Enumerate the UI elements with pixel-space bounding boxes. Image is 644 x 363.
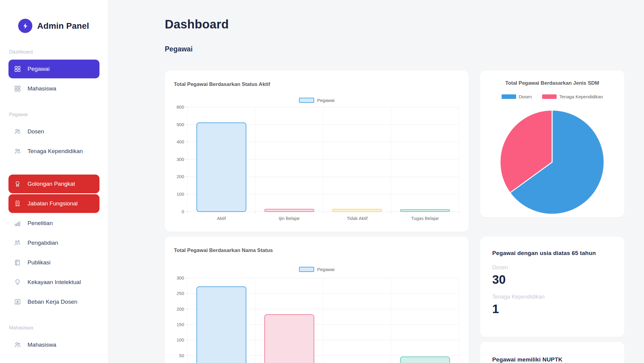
sidebar-item-label: Dosen bbox=[28, 128, 44, 135]
sidebar-item-penelitian[interactable]: Penelitian bbox=[8, 214, 99, 233]
sidebar-item-golongan-pangkat[interactable]: Golongan Pangkat bbox=[8, 175, 99, 193]
legend-swatch bbox=[299, 267, 314, 272]
sidebar-item-label: Penelitian bbox=[28, 220, 53, 227]
legend-swatch bbox=[299, 98, 314, 103]
stat-label-dosen: Dosen bbox=[492, 264, 612, 271]
sidebar-item-publikasi[interactable]: Publikasi bbox=[8, 253, 99, 272]
dashboard-grid: Total Pegawai Berdasarkan Status Aktif P… bbox=[165, 70, 624, 363]
card-usia-65: Pegawai dengan usia diatas 65 tahun Dose… bbox=[480, 237, 624, 337]
sidebar-item-mahasiswa[interactable]: Mahasiswa bbox=[8, 335, 99, 354]
sidebar-item-label: Pengabdian bbox=[28, 240, 58, 246]
stat-label-tenaga-kependidikan: Tenaga Kependidikan bbox=[492, 294, 612, 300]
sidebar-item-label: Jabatan Fungsional bbox=[28, 200, 78, 207]
svg-text:Tugas Belajar: Tugas Belajar bbox=[411, 216, 439, 221]
users-icon bbox=[13, 341, 21, 349]
legend-swatch-dosen bbox=[502, 94, 516, 99]
svg-text:400: 400 bbox=[177, 139, 184, 144]
sidebar-item-kekayaan-intelektual[interactable]: Kekayaan Intelektual bbox=[8, 273, 99, 292]
lightbulb-icon bbox=[13, 278, 21, 286]
card-title: Pegawai memiliki NUPTK bbox=[492, 356, 612, 363]
svg-text:Tidak Aktif: Tidak Aktif bbox=[347, 216, 368, 221]
chart-title: Total Pegawai Berdasarkan Nama Status bbox=[174, 247, 460, 253]
stat-value-dosen: 30 bbox=[492, 273, 612, 286]
sidebar-item-label: Beban Kerja Dosen bbox=[28, 299, 77, 305]
app-title: Admin Panel bbox=[37, 21, 89, 31]
users-icon bbox=[13, 128, 21, 136]
chart-title: Total Pegawai Berdasarkan Status Aktif bbox=[174, 81, 460, 87]
sidebar-item-label: Kekayaan Intelektual bbox=[28, 279, 81, 286]
pie-legend[interactable]: Dosen Tenaga Kependidikan bbox=[490, 94, 615, 99]
chart-legend-pegawai[interactable]: Pegawai bbox=[174, 267, 460, 272]
logo[interactable]: Admin Panel bbox=[0, 0, 108, 33]
svg-text:Aktif: Aktif bbox=[217, 216, 226, 221]
sidebar-section-dashboard: Dashboard bbox=[9, 49, 108, 55]
sidebar-item-label: Mahasiswa bbox=[28, 342, 56, 348]
id-card-icon bbox=[13, 298, 21, 306]
users-icon bbox=[13, 147, 21, 155]
svg-text:150: 150 bbox=[177, 322, 184, 327]
sidebar-item-jabatan-fungsional[interactable]: Jabatan Fungsional bbox=[8, 194, 99, 213]
sidebar-section-mahasiswa: Mahasiswa bbox=[9, 325, 108, 331]
sidebar-item-pegawai-dashboard[interactable]: Pegawai bbox=[8, 60, 99, 78]
svg-text:300: 300 bbox=[177, 157, 184, 162]
sidebar-item-beban-kerja-dosen[interactable]: Beban Kerja Dosen bbox=[8, 293, 99, 311]
svg-text:300: 300 bbox=[177, 276, 184, 280]
sidebar-item-label: Golongan Pangkat bbox=[28, 181, 75, 187]
medal-icon bbox=[13, 180, 21, 188]
sidebar-item-dosen[interactable]: Dosen bbox=[8, 122, 99, 141]
sidebar-item-label: Mahasiswa bbox=[28, 85, 56, 92]
svg-text:500: 500 bbox=[177, 122, 184, 127]
card-chart-status-aktif: Total Pegawai Berdasarkan Status Aktif P… bbox=[165, 70, 469, 232]
page-title: Dashboard bbox=[165, 18, 624, 31]
bar-chart-status-aktif: 6005004003002001000AktifIjin BelajarTida… bbox=[174, 105, 460, 223]
chart-title: Total Pegawai Berdasarkan Jenis SDM bbox=[490, 80, 615, 86]
legend-label: Pegawai bbox=[317, 98, 335, 103]
sidebar-item-tenaga-kependidikan[interactable]: Tenaga Kependidikan bbox=[8, 142, 99, 161]
sidebar-item-label: Publikasi bbox=[28, 259, 50, 266]
svg-text:100: 100 bbox=[177, 337, 184, 342]
sidebar-item-mahasiswa-dashboard[interactable]: Mahasiswa bbox=[8, 79, 99, 98]
section-title-pegawai: Pegawai bbox=[165, 45, 624, 53]
svg-text:600: 600 bbox=[177, 105, 184, 110]
sidebar-section-pegawai: Pegawai bbox=[9, 112, 108, 117]
sidebar-item-label: Pegawai bbox=[28, 66, 50, 72]
user-group-icon bbox=[13, 239, 21, 247]
sidebar-item-label: Tenaga Kependidikan bbox=[28, 148, 83, 155]
sidebar: Admin Panel Dashboard Pegawai Mahasiswa … bbox=[0, 0, 108, 363]
stat-value-tenaga-kependidikan: 1 bbox=[492, 302, 612, 315]
sidebar-item-pengabdian[interactable]: Pengabdian bbox=[8, 234, 99, 252]
card-nuptk: Pegawai memiliki NUPTK bbox=[480, 342, 624, 363]
legend-swatch-tenaga-kependidikan bbox=[542, 94, 557, 99]
grid-icon bbox=[13, 85, 21, 93]
pie-chart-jenis-sdm bbox=[490, 109, 615, 215]
bar-chart-icon bbox=[13, 219, 21, 227]
card-title: Pegawai dengan usia diatas 65 tahun bbox=[492, 250, 612, 257]
legend-label-dosen: Dosen bbox=[519, 94, 532, 99]
main-content: Dashboard Pegawai Total Pegawai Berdasar… bbox=[108, 0, 644, 363]
bookmark-star-icon bbox=[13, 200, 21, 208]
svg-text:Ijin Belajar: Ijin Belajar bbox=[279, 216, 300, 221]
logo-bolt-icon bbox=[18, 19, 32, 33]
legend-label-tenaga-kependidikan: Tenaga Kependidikan bbox=[559, 94, 603, 99]
chart-legend-pegawai[interactable]: Pegawai bbox=[174, 98, 460, 103]
card-pie-jenis-sdm: Total Pegawai Berdasarkan Jenis SDM Dose… bbox=[480, 70, 624, 217]
grid-icon bbox=[13, 65, 21, 73]
svg-text:100: 100 bbox=[177, 191, 184, 197]
svg-text:200: 200 bbox=[177, 174, 184, 179]
svg-text:50: 50 bbox=[179, 353, 184, 358]
legend-label: Pegawai bbox=[317, 267, 335, 272]
right-column: Pegawai dengan usia diatas 65 tahun Dose… bbox=[480, 237, 624, 363]
bar-chart-nama-status: 300250200150100500 bbox=[174, 276, 460, 363]
svg-text:0: 0 bbox=[182, 209, 184, 214]
svg-text:250: 250 bbox=[177, 291, 184, 296]
svg-text:200: 200 bbox=[177, 306, 184, 312]
notebook-icon bbox=[13, 259, 21, 267]
card-chart-nama-status: Total Pegawai Berdasarkan Nama Status Pe… bbox=[165, 237, 469, 363]
